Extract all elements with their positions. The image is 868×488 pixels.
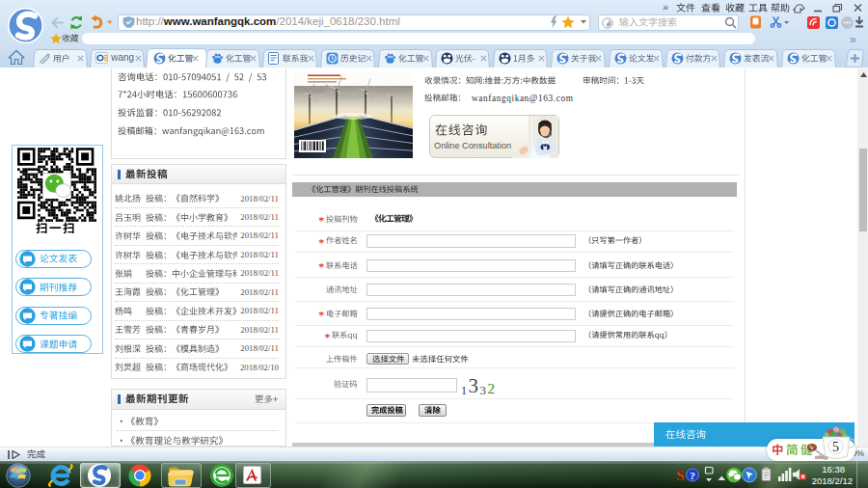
svg-text:?: ? <box>690 470 695 481</box>
svg-text:S: S <box>676 467 685 483</box>
svg-text:5: 5 <box>832 440 839 454</box>
